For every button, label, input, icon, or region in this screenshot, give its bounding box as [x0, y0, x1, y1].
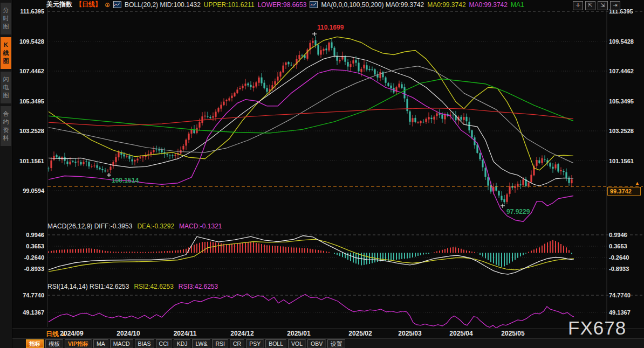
- period-label: 日线: [46, 330, 59, 338]
- x-axis-date: 2024/09: [60, 330, 83, 337]
- price-up-arrow-icon: ▲: [635, 180, 640, 186]
- topbar-readout-5: UPPER:101.6211: [204, 1, 255, 9]
- overlay-line-boll-lower: [49, 69, 573, 221]
- rsi-header-readout-0: RSI(14,14,14) RSI1:42.6253: [47, 283, 129, 290]
- tab-char: 图: [1, 23, 11, 31]
- toolbar-button-BIAS[interactable]: BIAS: [135, 339, 154, 348]
- topbar-readout-8: MA(0,0,0,100,50,200) MA0:99.3742: [321, 1, 424, 9]
- x-axis-date: 2024/12: [230, 330, 254, 337]
- toolbar-button-CR[interactable]: CR: [230, 339, 244, 348]
- tab-char: 时: [1, 15, 11, 23]
- toolbar-button-VIP指标[interactable]: VIP指标: [65, 339, 92, 348]
- bottom-bar: 指标模板VIP指标MAMACDBIASCCIKDJLW&RSICRPSYBOLL…: [0, 338, 644, 348]
- toolbar-button-PSY[interactable]: PSY: [246, 339, 264, 348]
- topbar-readout-1: 【日线】: [76, 0, 101, 9]
- x-axis-date: 2025/04: [449, 330, 472, 337]
- tab-char: 资: [1, 126, 11, 134]
- tab-char: 闪: [1, 75, 11, 83]
- price-annotation: 110.1699: [317, 24, 344, 31]
- tab-char: 约: [1, 118, 11, 126]
- crosshair-icon[interactable]: ✛: [573, 1, 583, 10]
- macd-dea-line: [49, 239, 574, 272]
- mini-chart-icon[interactable]: [113, 1, 121, 8]
- sidebar-tab-1[interactable]: K线图: [1, 37, 11, 69]
- overlay-line-boll-upper: [49, 37, 573, 170]
- toolbar-button-MACD[interactable]: MACD: [110, 339, 133, 348]
- toolbar-button-CCI[interactable]: CCI: [156, 339, 172, 348]
- x-axis-date: 2025/01: [287, 330, 310, 337]
- toolbar-button-指标[interactable]: 指标: [26, 339, 44, 348]
- toolbar-button-KDJ[interactable]: KDJ: [174, 339, 191, 348]
- toolbar-button-LW&[interactable]: LW&: [192, 339, 210, 348]
- rsi-header: RSI(14,14,14) RSI1:42.6253RSI2:42.6253RS…: [47, 283, 218, 290]
- topbar-readout-11: MA1: [511, 1, 524, 9]
- overlay-line-boll-mid: [49, 56, 573, 186]
- x-axis-date: 2025/05: [501, 330, 524, 337]
- topbar-readout-10: MA0:99.3742: [469, 1, 508, 9]
- topbar-readout-2: ⊕: [105, 1, 110, 9]
- tab-char: K: [1, 41, 11, 49]
- indicator-toolbar: 指标模板VIP指标MAMACDBIASCCIKDJLW&RSICRPSYBOLL…: [26, 339, 345, 348]
- sidebar: 分时图K线图闪电图合约资料: [0, 0, 12, 348]
- chart-controls: ✛⇱⇲⇥: [573, 1, 620, 10]
- sidebar-tab-2[interactable]: 闪电图: [1, 72, 11, 103]
- tab-char: 料: [1, 134, 11, 142]
- toolbar-button-OBV[interactable]: OBV: [307, 339, 326, 348]
- indicator-topbar: 美元指数【日线】⊕BOLL(20,2) MID:100.1432UPPER:10…: [46, 1, 524, 9]
- x-axis-date: 2024/10: [117, 330, 140, 337]
- toolbar-button-MA[interactable]: MA: [93, 339, 108, 348]
- tab-char: 电: [1, 83, 11, 92]
- overlay-line-ma50: [49, 66, 573, 163]
- tab-char: 线: [1, 49, 11, 57]
- price-annotation: 100.1514: [112, 177, 139, 184]
- rsi-header-readout-1: RSI2:42.6253: [134, 283, 173, 290]
- toolbar-button-模板[interactable]: 模板: [45, 339, 63, 348]
- topbar-readout-6: LOWER:98.6653: [258, 1, 307, 9]
- tab-char: 图: [1, 92, 11, 100]
- rsi-header-readout-2: RSI3:42.6253: [179, 283, 218, 290]
- x-axis-date: 2025/02: [348, 330, 372, 337]
- sidebar-tab-0[interactable]: 分时图: [1, 3, 11, 34]
- macd-header-readout-0: MACD(26,12,9) DIFF:-0.3953: [47, 222, 132, 230]
- toolbar-button-VOL[interactable]: VOL: [288, 339, 306, 348]
- rsi-line: [49, 294, 574, 328]
- date-axis-row: 日线 ▲ 2024/092024/102024/112024/122025/01…: [12, 328, 644, 339]
- toolbar-button-设置[interactable]: 设置: [327, 339, 345, 348]
- x-axis-date: 2024/11: [174, 330, 197, 337]
- macd-header: MACD(26,12,9) DIFF:-0.3953DEA:-0.3292MAC…: [47, 222, 222, 230]
- price-annotation: 97.9229: [506, 208, 530, 215]
- tab-char: 分: [1, 6, 11, 15]
- tab-char: 合: [1, 110, 11, 118]
- topbar-readout-4: BOLL(20,2) MID:100.1432: [125, 1, 201, 9]
- macd-header-readout-2: MACD:-0.1321: [179, 222, 222, 230]
- macd-diff-line: [49, 236, 574, 275]
- topbar-readout-0: 美元指数: [46, 0, 72, 9]
- tab-char: 图: [1, 57, 11, 65]
- x-axis-date: 2025/03: [398, 330, 421, 337]
- sidebar-tab-3[interactable]: 合约资料: [1, 106, 11, 146]
- toolbar-button-RSI[interactable]: RSI: [212, 339, 228, 348]
- current-price-tag: 99.3742: [607, 187, 641, 196]
- topbar-readout-9: MA0:99.3742: [427, 1, 465, 9]
- scale-vertical-icon[interactable]: ⇱: [585, 1, 595, 10]
- pan-right-icon[interactable]: ⇥: [610, 1, 620, 10]
- macd-header-readout-1: DEA:-0.3292: [137, 222, 174, 230]
- toolbar-button-BOLL[interactable]: BOLL: [265, 339, 286, 348]
- mini-chart-icon[interactable]: [310, 1, 318, 8]
- fx678-watermark: FX678: [568, 317, 626, 339]
- scale-horizontal-icon[interactable]: ⇲: [598, 1, 608, 10]
- chart-canvas[interactable]: [0, 0, 644, 348]
